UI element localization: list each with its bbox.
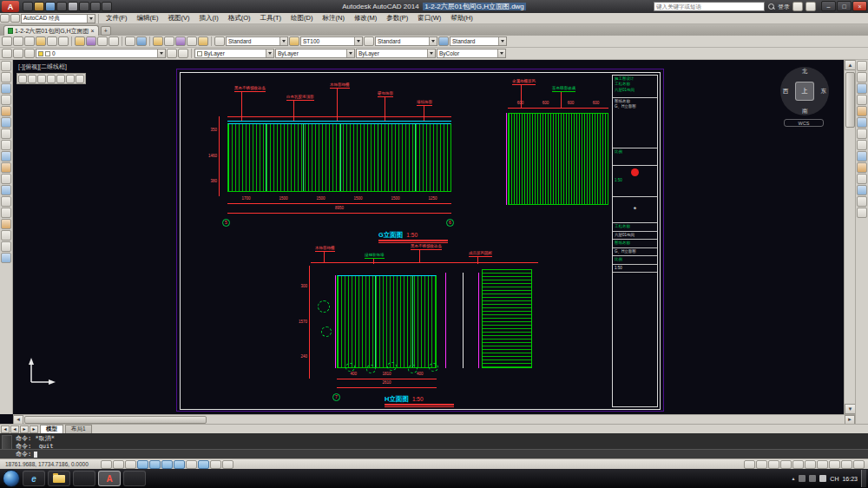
open-icon[interactable] <box>34 2 44 11</box>
action-center-icon[interactable] <box>799 475 806 482</box>
workspace-icon[interactable] <box>0 14 10 23</box>
region-icon[interactable] <box>1 230 11 241</box>
zoom-window-icon[interactable] <box>175 36 186 46</box>
zoom-realtime-icon[interactable] <box>164 36 174 46</box>
quick-view-layouts-icon[interactable] <box>756 460 767 469</box>
mini-toolbar-icon[interactable] <box>66 75 75 83</box>
line-icon[interactable] <box>1 61 11 71</box>
save-as-icon[interactable] <box>56 2 67 11</box>
horizontal-scroll-thumb[interactable] <box>24 416 207 424</box>
scale-icon[interactable] <box>857 140 867 150</box>
last-layout-icon[interactable]: ► <box>30 425 38 433</box>
search-icon[interactable] <box>767 3 775 10</box>
viewcube-top-face[interactable]: 上 <box>795 82 814 101</box>
workspace-switching-icon[interactable] <box>817 460 828 469</box>
scroll-right-icon[interactable]: ► <box>845 415 855 425</box>
text-style-combo[interactable]: Standard <box>226 36 288 46</box>
viewport-controls[interactable]: [-][俯视][二维线框] <box>18 63 67 71</box>
menu-tools[interactable]: 工具(T) <box>256 14 286 23</box>
linetype-combo[interactable]: ByLayer <box>275 49 355 58</box>
workspace-combo[interactable]: AutoCAD 经典 <box>21 14 95 23</box>
volume-icon[interactable] <box>819 475 826 482</box>
menu-dimension[interactable]: 标注(N) <box>319 14 349 23</box>
redo-arrow-icon[interactable] <box>136 36 147 46</box>
polar-tracking-icon[interactable] <box>149 460 161 469</box>
menu-parametric[interactable]: 参数(P) <box>382 14 412 23</box>
application-menu-button[interactable]: A <box>2 1 19 12</box>
qnew-icon[interactable] <box>23 2 33 11</box>
language-indicator[interactable]: CH <box>830 476 838 482</box>
menu-view[interactable]: 视图(V) <box>164 14 194 23</box>
taskbar-explorer[interactable] <box>48 471 70 486</box>
mini-toolbar-icon[interactable] <box>76 75 84 83</box>
move-icon[interactable] <box>857 117 867 128</box>
save-icon[interactable] <box>45 2 56 11</box>
layer-combo[interactable]: 0 <box>36 49 166 58</box>
point-icon[interactable] <box>1 196 11 207</box>
viewcube-east[interactable]: 东 <box>821 89 827 95</box>
zoom-previous-icon[interactable] <box>187 36 197 46</box>
save-file-icon[interactable] <box>24 36 35 46</box>
object-snap-icon[interactable] <box>161 460 173 469</box>
match-properties-icon[interactable] <box>108 36 119 46</box>
file-tab-close-icon[interactable]: × <box>91 28 95 34</box>
copy-object-icon[interactable] <box>857 72 867 82</box>
rotate-icon[interactable] <box>857 129 867 139</box>
chamfer-icon[interactable] <box>857 196 867 207</box>
undo-arrow-icon[interactable] <box>125 36 135 46</box>
text-style-icon[interactable] <box>214 36 225 46</box>
clean-screen-icon[interactable] <box>853 460 865 469</box>
table-style-icon[interactable] <box>364 36 374 46</box>
menu-edit[interactable]: 编辑(E) <box>133 14 163 23</box>
offset-icon[interactable] <box>857 95 867 105</box>
object-snap-tracking-icon[interactable] <box>174 460 185 469</box>
copy-icon[interactable] <box>86 36 96 46</box>
sign-in-button[interactable]: 登录 <box>778 3 790 11</box>
undo-icon[interactable] <box>79 2 89 11</box>
rectangle-icon[interactable] <box>1 106 11 116</box>
mini-toolbar-icon[interactable] <box>56 75 65 83</box>
taskbar-autocad[interactable]: A <box>98 471 121 486</box>
next-layout-icon[interactable]: ► <box>20 425 29 433</box>
menu-file[interactable]: 文件(F) <box>102 14 132 23</box>
vertical-scroll-thumb[interactable] <box>845 72 855 128</box>
make-object-layer-icon[interactable] <box>167 49 177 58</box>
autoscale-icon[interactable] <box>805 460 816 469</box>
polygon-icon[interactable] <box>1 95 11 105</box>
insert-block-icon[interactable] <box>1 174 11 184</box>
clock[interactable]: 16:23 <box>842 476 858 482</box>
gradient-icon[interactable] <box>1 219 11 229</box>
dim-style-icon[interactable] <box>289 36 299 46</box>
help-icon[interactable] <box>806 2 816 11</box>
snap-mode-icon[interactable] <box>113 460 124 469</box>
qat-customize-icon[interactable] <box>102 2 112 11</box>
break-icon[interactable] <box>857 185 867 195</box>
taskbar-ie[interactable]: e <box>23 471 45 486</box>
command-input[interactable]: 命令: <box>0 449 868 458</box>
horizontal-scrollbar[interactable]: ◄ ► <box>13 414 855 424</box>
viewcube-north[interactable]: 北 <box>802 69 808 75</box>
menu-draw[interactable]: 绘图(D) <box>286 14 317 23</box>
plot-icon[interactable] <box>68 2 78 11</box>
layer-states-icon[interactable] <box>13 49 23 58</box>
new-icon[interactable] <box>2 36 12 46</box>
new-tab-button[interactable]: + <box>101 26 111 36</box>
first-layout-icon[interactable]: ◄ <box>1 425 10 433</box>
viewcube[interactable]: 北 南 西 东 上 <box>780 67 829 115</box>
color-combo[interactable]: ByLayer <box>194 49 274 58</box>
toolbar-lock-icon[interactable] <box>829 460 840 469</box>
extend-icon[interactable] <box>857 174 867 184</box>
annotation-visibility-icon[interactable] <box>792 460 804 469</box>
tray-expand-icon[interactable]: ▲ <box>791 476 795 481</box>
viewcube-west[interactable]: 西 <box>783 89 789 95</box>
hatch-icon[interactable] <box>1 208 11 218</box>
paste-icon[interactable] <box>97 36 108 46</box>
menu-modify[interactable]: 修改(M) <box>350 14 381 23</box>
plotstyle-combo[interactable]: ByColor <box>437 49 506 58</box>
exchange-apps-icon[interactable] <box>792 2 803 11</box>
annotation-scale-icon[interactable] <box>780 460 792 469</box>
ellipse-icon[interactable] <box>1 162 11 173</box>
circle-icon[interactable] <box>1 129 11 139</box>
dynamic-input-icon[interactable] <box>198 460 209 469</box>
menu-format[interactable]: 格式(O) <box>224 14 255 23</box>
